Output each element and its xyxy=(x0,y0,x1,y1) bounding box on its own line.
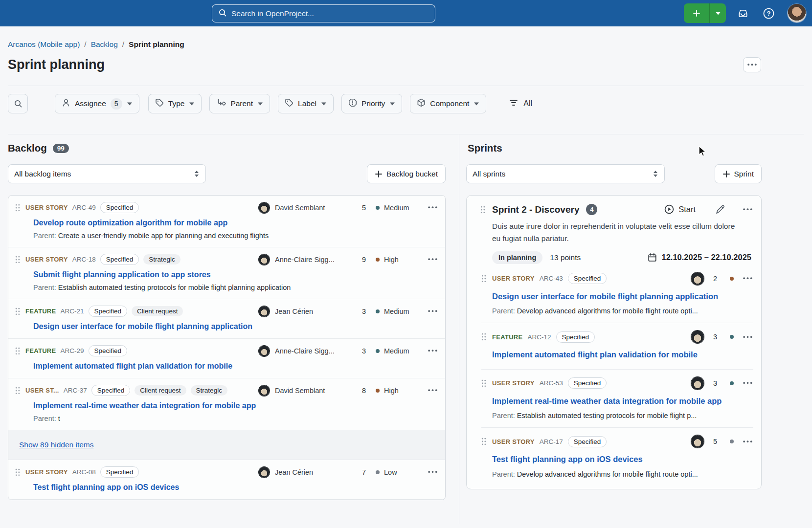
wp-title-link[interactable]: Implement real-time weather data integra… xyxy=(492,395,726,408)
wp-title-link[interactable]: Test flight planning app on iOS devices xyxy=(492,453,726,466)
wp-title-link[interactable]: Implement automated flight plan validati… xyxy=(33,362,438,371)
priority: Low xyxy=(376,468,423,476)
drag-handle[interactable] xyxy=(481,379,487,387)
filter-search-button[interactable] xyxy=(8,94,28,113)
priority-dot-icon xyxy=(730,335,734,339)
sprint-card: Sprint 2 - Discovery 4 Start Duis aute i… xyxy=(466,195,762,489)
drag-handle[interactable] xyxy=(481,275,487,283)
assignee-avatar xyxy=(691,435,704,448)
assignee-avatar xyxy=(691,377,704,390)
filter-all[interactable]: All xyxy=(509,98,532,109)
wp-title-link[interactable]: Develop route optimization algorithm for… xyxy=(33,219,438,227)
plus-icon xyxy=(722,170,730,177)
filters-toolbar: Assignee 5 Type Parent Label Priority Co… xyxy=(8,94,804,113)
filter-assignee[interactable]: Assignee 5 xyxy=(55,94,139,113)
filter-priority[interactable]: Priority xyxy=(341,94,402,113)
help-button[interactable]: ? xyxy=(763,7,775,20)
item-more-menu-button[interactable] xyxy=(742,275,753,282)
item-more-menu-button[interactable] xyxy=(427,308,438,314)
story-points: 3 xyxy=(357,308,371,315)
wp-title-link[interactable]: Design user interface for mobile flight … xyxy=(33,322,438,331)
show-hidden-items-link[interactable]: Show 89 hidden items xyxy=(19,440,94,449)
item-more-menu-button[interactable] xyxy=(427,469,438,475)
add-backlog-bucket-button[interactable]: Backlog bucket xyxy=(367,164,446,183)
status-badge: Specified xyxy=(100,254,139,265)
wp-id: ARC-43 xyxy=(540,275,563,282)
add-sprint-button[interactable]: Sprint xyxy=(715,164,762,183)
sprint-description: Duis aute irure dolor in reprehenderit i… xyxy=(492,220,739,245)
drag-handle[interactable] xyxy=(15,468,21,476)
start-sprint-button[interactable]: Start xyxy=(664,204,696,215)
priority-dot-icon xyxy=(376,309,380,313)
item-more-menu-button[interactable] xyxy=(742,380,753,386)
backlog-view-select[interactable]: All backlog items xyxy=(8,164,206,183)
wp-parent: Parent: Establish automated testing prot… xyxy=(492,412,753,419)
story-points: 3 xyxy=(709,333,722,341)
wp-id: ARC-53 xyxy=(540,379,563,387)
wp-type: USER STORY xyxy=(492,275,535,282)
assignee-avatar xyxy=(259,385,270,396)
filter-parent[interactable]: Parent xyxy=(209,94,270,113)
wp-title-link[interactable]: Submit flight planning application to ap… xyxy=(33,270,438,279)
wp-title-link[interactable]: Implement automated flight plan validati… xyxy=(492,349,726,361)
sprints-view-select[interactable]: All sprints xyxy=(466,164,665,183)
backlog-item-arc-37: USER ST... ARC-37 Specified Client reque… xyxy=(8,378,445,430)
item-more-menu-button[interactable] xyxy=(742,439,753,445)
label-badge: Strategic xyxy=(143,254,180,264)
hierarchy-icon xyxy=(216,98,226,109)
wp-type: USER STORY xyxy=(25,256,68,263)
breadcrumb-separator: / xyxy=(84,40,86,49)
breadcrumb-project-link[interactable]: Arcanos (Mobile app) xyxy=(8,40,80,49)
wp-id: ARC-12 xyxy=(528,333,551,341)
drag-handle[interactable] xyxy=(15,347,21,355)
story-points: 9 xyxy=(357,256,371,264)
backlog-list: USER STORY ARC-49 Specified David Sembla… xyxy=(8,195,446,500)
backlog-item-arc-08: USER STORY ARC-08 Specified Jean Cérien … xyxy=(8,460,445,500)
status-badge: Specified xyxy=(89,306,128,317)
wp-type: USER STORY xyxy=(492,438,535,445)
column-divider xyxy=(459,134,459,524)
notifications-inbox-button[interactable] xyxy=(738,8,749,19)
priority: Medium xyxy=(376,347,423,355)
filter-label[interactable]: Label xyxy=(278,94,334,113)
alert-octagon-icon xyxy=(348,98,357,109)
item-more-menu-button[interactable] xyxy=(427,256,438,263)
chevron-down-icon[interactable] xyxy=(709,3,726,23)
global-search-input[interactable] xyxy=(231,9,429,18)
sprint-more-menu-button[interactable] xyxy=(742,206,753,213)
plus-icon xyxy=(684,3,709,23)
wp-title-link[interactable]: Test flight planning app on iOS devices xyxy=(33,483,438,492)
drag-handle[interactable] xyxy=(15,204,21,212)
chevron-down-icon xyxy=(321,102,327,106)
filter-component[interactable]: Component xyxy=(410,94,486,113)
story-points: 2 xyxy=(709,275,722,283)
drag-handle[interactable] xyxy=(481,333,487,341)
breadcrumb-separator: / xyxy=(122,40,124,49)
play-circle-icon xyxy=(664,204,675,215)
filter-type[interactable]: Type xyxy=(148,94,202,113)
breadcrumb-current: Sprint planning xyxy=(129,40,184,49)
item-more-menu-button[interactable] xyxy=(742,334,753,340)
item-more-menu-button[interactable] xyxy=(427,204,438,211)
search-icon xyxy=(218,8,227,19)
drag-handle[interactable] xyxy=(15,256,21,264)
item-more-menu-button[interactable] xyxy=(427,348,438,354)
page-more-menu-button[interactable] xyxy=(743,57,761,72)
item-more-menu-button[interactable] xyxy=(427,387,438,394)
priority-dot-icon xyxy=(730,277,734,281)
global-search[interactable] xyxy=(212,4,435,22)
wp-title-link[interactable]: Design user interface for mobile flight … xyxy=(492,290,726,303)
drag-handle[interactable] xyxy=(15,308,21,315)
backlog-heading: Backlog xyxy=(8,142,47,154)
priority-dot-icon xyxy=(376,470,380,474)
drag-handle[interactable] xyxy=(481,438,487,445)
drag-handle[interactable] xyxy=(15,387,21,395)
status-badge: Specified xyxy=(568,436,607,447)
wp-type: USER ST... xyxy=(25,387,59,394)
user-avatar[interactable] xyxy=(788,4,806,22)
wp-title-link[interactable]: Implement real-time weather data integra… xyxy=(33,401,438,410)
breadcrumb-backlog-link[interactable]: Backlog xyxy=(91,40,118,49)
create-new-button[interactable] xyxy=(684,3,726,23)
drag-handle[interactable] xyxy=(480,206,486,214)
edit-sprint-button[interactable] xyxy=(715,205,724,214)
